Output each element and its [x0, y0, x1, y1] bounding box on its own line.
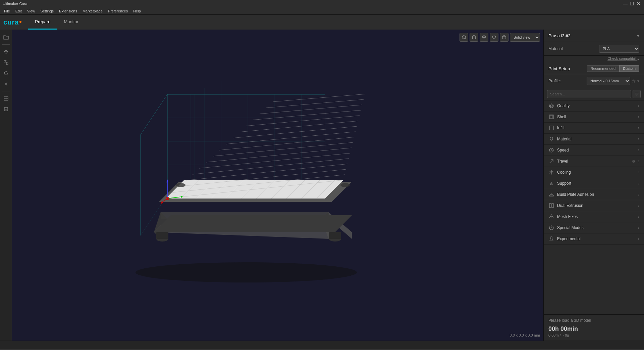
svg-rect-75 — [502, 36, 506, 39]
viewport-xray-btn[interactable] — [480, 33, 488, 42]
shell-chevron: › — [638, 115, 639, 119]
travel-label: Travel — [557, 159, 568, 164]
search-input[interactable] — [547, 90, 631, 98]
menu-marketplace[interactable]: Marketplace — [80, 8, 105, 14]
settings-list: Quality › Shel — [544, 100, 644, 314]
menu-settings[interactable]: Settings — [38, 8, 56, 14]
build-plate-adhesion-chevron: › — [638, 192, 639, 197]
window-title: Ultimaker Cura — [3, 2, 27, 6]
profile-select[interactable]: Normal - 0.15mm — [587, 77, 630, 85]
printer-expand-icon[interactable]: ▾ — [637, 33, 639, 38]
search-container — [544, 88, 644, 100]
profile-star-icon[interactable]: ☆ — [632, 78, 636, 84]
tab-prepare[interactable]: Prepare — [28, 15, 57, 30]
shell-label: Shell — [557, 115, 566, 119]
open-file-button[interactable] — [1, 32, 11, 42]
left-toolbar — [0, 30, 12, 341]
viewport-perspective-btn[interactable] — [500, 33, 508, 42]
bottom-bar — [0, 341, 644, 350]
window-controls[interactable]: — ❐ ✕ — [623, 1, 641, 6]
settings-item-travel[interactable]: Travel ⚙ › — [544, 156, 644, 167]
support-chevron: › — [638, 181, 639, 186]
viewport-layers-btn[interactable] — [470, 33, 478, 42]
svg-line-44 — [253, 110, 361, 120]
material-select[interactable]: PLA ABS PETG TPU — [599, 45, 639, 53]
material-label: Material — [548, 46, 563, 51]
settings-item-cooling[interactable]: Cooling › — [544, 167, 644, 178]
viewport-solid-btn[interactable] — [490, 33, 498, 42]
right-footer: Please load a 3D model 00h 00min 0.00m /… — [544, 314, 644, 341]
menu-help[interactable]: Help — [130, 8, 144, 14]
print-setup-header: Print Setup Recommended Custom — [544, 62, 644, 74]
close-button[interactable]: ✕ — [636, 1, 641, 6]
menu-file[interactable]: File — [1, 8, 13, 14]
infill-icon — [548, 125, 554, 131]
viewport[interactable]: Solid view X-Ray view Layer view 0.0 x 0… — [12, 30, 543, 341]
svg-line-45 — [260, 105, 362, 114]
settings-item-dual-extrusion[interactable]: Dual Extrusion › — [544, 200, 644, 211]
shell-icon — [548, 114, 554, 120]
toolbar-separator-2 — [2, 91, 10, 91]
special-modes-chevron: › — [638, 225, 639, 230]
maximize-button[interactable]: ❐ — [629, 1, 635, 6]
settings-item-special-modes[interactable]: Special Modes › — [544, 222, 644, 233]
mirror-button[interactable] — [1, 79, 11, 89]
svg-line-43 — [246, 116, 360, 126]
coordinates-display: 0.0 x 0.0 x 0.0 mm — [510, 333, 540, 337]
settings-item-support[interactable]: Support › — [544, 178, 644, 189]
menu-edit[interactable]: Edit — [13, 8, 24, 14]
settings-item-experimental[interactable]: Experimental › — [544, 233, 644, 245]
settings-item-infill[interactable]: Infill › — [544, 123, 644, 134]
settings-item-mesh-fixes[interactable]: Mesh Fixes › — [544, 211, 644, 222]
experimental-icon — [548, 236, 554, 242]
svg-rect-72 — [166, 197, 169, 200]
svg-line-34 — [186, 164, 347, 180]
app-container: cura Prepare Monitor — [0, 15, 644, 350]
view-mode-select[interactable]: Solid view X-Ray view Layer view — [510, 33, 540, 42]
svg-line-37 — [206, 148, 352, 162]
menu-preferences[interactable]: Preferences — [105, 8, 130, 14]
settings-item-speed[interactable]: Speed › — [544, 145, 644, 156]
mesh-fixes-icon — [548, 214, 554, 220]
viewport-camera-btn[interactable] — [460, 33, 468, 42]
mesh-fixes-chevron: › — [638, 214, 639, 219]
svg-point-22 — [136, 262, 357, 282]
print-setup-title: Print Setup — [548, 66, 570, 71]
filter-icon-button[interactable] — [633, 90, 641, 98]
cooling-label: Cooling — [557, 170, 571, 175]
svg-rect-63 — [329, 232, 341, 239]
svg-line-35 — [193, 159, 349, 174]
printer-name: Prusa i3 #2 — [548, 33, 571, 38]
svg-line-41 — [233, 126, 357, 138]
settings-item-shell[interactable]: Shell › — [544, 112, 644, 123]
menu-extensions[interactable]: Extensions — [56, 8, 80, 14]
check-compatibility-link[interactable]: Check compatibility — [544, 56, 644, 62]
settings-item-build-plate-adhesion[interactable]: Build Plate Adhesion › — [544, 189, 644, 200]
support-blocker-button[interactable] — [1, 104, 11, 114]
travel-icon — [548, 158, 554, 164]
settings-item-quality[interactable]: Quality › — [544, 100, 644, 112]
logo-dot — [19, 21, 21, 23]
recommended-mode-button[interactable]: Recommended — [587, 65, 620, 72]
toolbar-separator-1 — [2, 44, 10, 45]
travel-chevron: › — [638, 159, 639, 164]
printer-header[interactable]: Prusa i3 #2 ▾ — [544, 30, 644, 42]
profile-chevron-icon: ▾ — [637, 79, 639, 83]
tab-monitor[interactable]: Monitor — [57, 15, 85, 30]
per-model-button[interactable] — [1, 93, 11, 103]
svg-point-74 — [483, 37, 485, 38]
dual-extrusion-chevron: › — [638, 203, 639, 208]
svg-point-76 — [549, 104, 553, 108]
svg-point-77 — [550, 105, 552, 107]
logo-text: cura — [3, 18, 19, 26]
menu-view[interactable]: View — [24, 8, 38, 14]
travel-gear-icon[interactable]: ⚙ — [632, 159, 635, 164]
move-button[interactable] — [1, 47, 11, 57]
minimize-button[interactable]: — — [623, 1, 628, 6]
settings-item-material[interactable]: Material › — [544, 134, 644, 145]
setup-mode-buttons: Recommended Custom — [587, 65, 640, 72]
custom-mode-button[interactable]: Custom — [619, 65, 639, 72]
rotate-button[interactable] — [1, 68, 11, 78]
scale-button[interactable] — [1, 57, 11, 68]
svg-rect-84 — [549, 204, 551, 208]
